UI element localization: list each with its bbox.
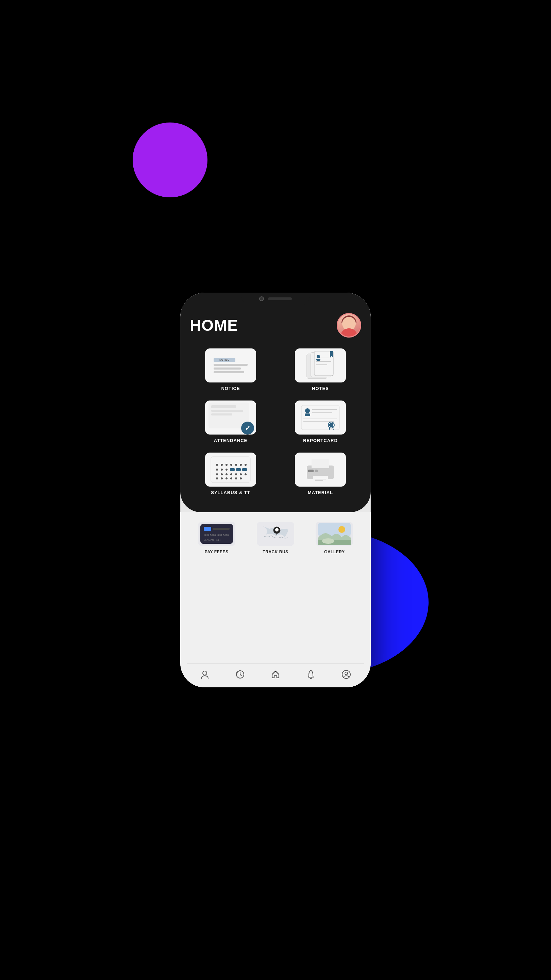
trackbus-icon-box xyxy=(257,522,294,546)
svg-point-56 xyxy=(275,528,279,531)
svg-rect-31 xyxy=(230,468,235,471)
bottom-item-gallery[interactable]: GALLERY xyxy=(316,522,353,554)
nav-item-profile[interactable] xyxy=(196,668,214,681)
main-grid: NOTICE NOTICE xyxy=(190,348,361,495)
attendance-icon: ✓ xyxy=(208,402,253,433)
svg-rect-53 xyxy=(315,469,318,472)
payfees-icon: 1234 5678 1234 5678 VILAKAAN ··· 3/24 xyxy=(200,524,233,544)
gallery-icon-box xyxy=(316,522,353,546)
notch-camera xyxy=(259,296,264,301)
bottom-grid: 1234 5678 1234 5678 VILAKAAN ··· 3/24 PA… xyxy=(187,522,364,554)
grid-item-reportcard[interactable]: REPORTCARD xyxy=(279,401,361,443)
svg-point-60 xyxy=(338,526,345,533)
svg-point-37 xyxy=(230,473,232,476)
grid-item-notes[interactable]: NOTES xyxy=(279,348,361,391)
attendance-check-badge: ✓ xyxy=(241,422,254,434)
notice-line3 xyxy=(214,371,244,373)
reportcard-icon-box xyxy=(295,401,346,434)
svg-point-43 xyxy=(225,477,227,479)
svg-rect-48 xyxy=(311,459,329,468)
notch-speaker xyxy=(268,298,292,300)
svg-point-26 xyxy=(240,464,242,466)
svg-point-24 xyxy=(230,464,232,466)
phone-screen: HOME NOTICE xyxy=(180,293,371,687)
nav-item-account[interactable] xyxy=(337,668,355,681)
payfees-icon-box: 1234 5678 1234 5678 VILAKAAN ··· 3/24 xyxy=(198,522,235,546)
nav-item-home[interactable] xyxy=(267,668,284,681)
svg-point-42 xyxy=(221,477,223,479)
svg-point-36 xyxy=(225,473,227,476)
notes-icon-box xyxy=(295,348,346,382)
notes-icon xyxy=(303,351,337,380)
svg-rect-52 xyxy=(308,469,314,472)
avatar-body xyxy=(340,328,357,337)
svg-rect-11 xyxy=(305,414,310,416)
bottom-item-pay-fees[interactable]: 1234 5678 1234 5678 VILAKAAN ··· 3/24 PA… xyxy=(198,522,235,554)
bottom-item-track-bus[interactable]: TRACK BUS xyxy=(257,522,294,554)
account-icon xyxy=(341,670,351,679)
phone-frame: HOME NOTICE xyxy=(180,293,371,687)
grid-item-attendance[interactable]: ✓ ATTENDANCE xyxy=(190,401,272,443)
svg-point-66 xyxy=(345,672,348,675)
svg-point-27 xyxy=(245,464,246,466)
material-icon-box xyxy=(295,453,346,487)
svg-point-63 xyxy=(203,671,207,675)
header: HOME xyxy=(190,313,361,337)
svg-point-35 xyxy=(221,473,223,476)
page-title: HOME xyxy=(190,316,238,334)
svg-point-62 xyxy=(322,538,334,544)
svg-point-28 xyxy=(216,469,218,471)
svg-point-46 xyxy=(240,477,242,479)
material-icon xyxy=(303,455,337,484)
svg-point-41 xyxy=(216,477,218,479)
svg-point-44 xyxy=(230,477,232,479)
notes-label: NOTES xyxy=(312,386,329,391)
notice-label: NOTICE xyxy=(221,386,240,391)
syllabus-icon-box xyxy=(205,453,256,487)
svg-point-45 xyxy=(235,477,237,479)
phone-notch xyxy=(241,293,310,305)
grid-item-syllabus[interactable]: SYLLABUS & TT xyxy=(190,453,272,495)
svg-point-40 xyxy=(245,473,246,476)
svg-rect-33 xyxy=(242,468,247,471)
notice-line1 xyxy=(214,364,248,366)
attendance-icon-box: ✓ xyxy=(205,401,256,434)
svg-point-29 xyxy=(221,469,223,471)
svg-rect-32 xyxy=(236,468,241,471)
svg-point-21 xyxy=(216,464,218,466)
material-label: MATERIAL xyxy=(308,490,333,495)
svg-point-39 xyxy=(240,473,242,476)
home-icon xyxy=(271,670,280,679)
trackbus-label: TRACK BUS xyxy=(263,550,288,554)
gallery-label: GALLERY xyxy=(324,550,345,554)
syllabus-label: SYLLABUS & TT xyxy=(211,490,250,495)
grid-item-material[interactable]: MATERIAL xyxy=(279,453,361,495)
svg-point-30 xyxy=(225,469,227,471)
syllabus-icon xyxy=(210,455,252,484)
bell-icon xyxy=(306,670,316,679)
gallery-icon xyxy=(318,523,351,545)
reportcard-icon xyxy=(300,404,341,431)
payfees-label: PAY FEEES xyxy=(205,550,229,554)
svg-point-22 xyxy=(221,464,223,466)
nav-item-notifications[interactable] xyxy=(302,668,320,681)
blob-purple xyxy=(133,123,208,197)
notice-header: NOTICE xyxy=(214,358,235,362)
screen-bottom: 1234 5678 1234 5678 VILAKAAN ··· 3/24 PA… xyxy=(180,512,371,687)
svg-point-10 xyxy=(305,408,310,413)
avatar[interactable] xyxy=(337,313,361,337)
attendance-label: ATTENDANCE xyxy=(214,438,248,443)
svg-point-38 xyxy=(235,473,237,476)
notice-line2 xyxy=(214,368,241,369)
reportcard-label: REPORTCARD xyxy=(303,438,338,443)
bottom-nav xyxy=(187,663,364,687)
person-icon xyxy=(200,670,210,679)
notice-icon-box: NOTICE xyxy=(205,348,256,382)
history-icon xyxy=(235,670,245,679)
screen-top: HOME NOTICE xyxy=(180,293,371,512)
svg-point-7 xyxy=(317,355,320,358)
trackbus-icon xyxy=(259,523,292,545)
grid-item-notice[interactable]: NOTICE NOTICE xyxy=(190,348,272,391)
nav-item-history[interactable] xyxy=(231,668,249,681)
svg-point-23 xyxy=(225,464,227,466)
